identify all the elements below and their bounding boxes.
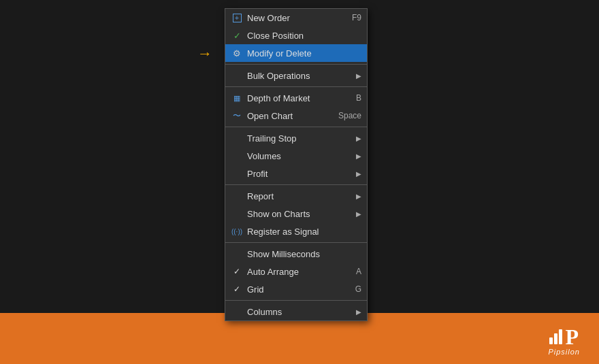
background-left xyxy=(0,0,225,313)
brand-logo: P Pipsilon xyxy=(548,326,580,356)
depth-of-market-icon: ▦ xyxy=(231,92,243,104)
open-chart-icon: 〜 xyxy=(231,110,243,122)
bar-3 xyxy=(559,329,562,344)
separator-1 xyxy=(225,64,367,65)
menu-item-register-signal[interactable]: ((·)) Register as Signal xyxy=(225,222,367,240)
menu-item-report[interactable]: Report ▶ xyxy=(225,187,367,205)
separator-5 xyxy=(225,242,367,243)
menu-item-show-milliseconds[interactable]: Show Milliseconds xyxy=(225,245,367,263)
separator-6 xyxy=(225,300,367,301)
signal-icon: ((·)) xyxy=(231,225,243,237)
menu-item-auto-arrange[interactable]: ✓ Auto Arrange A xyxy=(225,263,367,280)
show-milliseconds-icon xyxy=(231,248,243,260)
columns-label: Columns xyxy=(247,307,349,317)
bulk-operations-arrow: ▶ xyxy=(356,72,361,80)
brand-bars-icon xyxy=(549,329,562,344)
menu-item-new-order[interactable]: + New Order F9 xyxy=(225,9,367,27)
menu-item-open-chart[interactable]: 〜 Open Chart Space xyxy=(225,107,367,125)
separator-4 xyxy=(225,184,367,185)
brand-name: Pipsilon xyxy=(548,348,580,356)
profit-label: Profit xyxy=(247,169,349,179)
show-milliseconds-label: Show Milliseconds xyxy=(247,249,361,259)
trailing-stop-icon xyxy=(231,132,243,144)
context-menu: + New Order F9 ✓ Close Position ⚙ Modify… xyxy=(225,8,368,321)
menu-item-columns[interactable]: Columns ▶ xyxy=(225,303,367,320)
close-position-label: Close Position xyxy=(247,31,361,41)
menu-item-depth-of-market[interactable]: ▦ Depth of Market B xyxy=(225,89,367,107)
menu-item-close-position[interactable]: ✓ Close Position xyxy=(225,27,367,44)
separator-3 xyxy=(225,127,367,127)
grid-label: Grid xyxy=(247,284,346,295)
bulk-operations-label: Bulk Operations xyxy=(247,71,349,81)
menu-item-trailing-stop[interactable]: Trailing Stop ▶ xyxy=(225,129,367,147)
arrow-indicator: → xyxy=(197,46,212,61)
trailing-stop-arrow: ▶ xyxy=(356,135,361,142)
menu-item-volumes[interactable]: Volumes ▶ xyxy=(225,147,367,165)
bar-1 xyxy=(549,337,553,344)
new-order-label: New Order xyxy=(247,13,342,23)
menu-item-grid[interactable]: ✓ Grid G xyxy=(225,280,367,298)
register-signal-label: Register as Signal xyxy=(247,227,361,237)
columns-icon xyxy=(231,305,243,318)
profit-arrow: ▶ xyxy=(356,170,361,178)
grid-check-icon: ✓ xyxy=(231,283,243,295)
grid-shortcut: G xyxy=(355,284,361,294)
check-green-icon: ✓ xyxy=(231,29,243,42)
volumes-label: Volumes xyxy=(247,151,349,161)
show-on-charts-icon xyxy=(231,208,243,220)
report-label: Report xyxy=(247,191,349,201)
menu-item-profit[interactable]: Profit ▶ xyxy=(225,165,367,182)
depth-of-market-shortcut: B xyxy=(356,93,361,103)
auto-arrange-shortcut: A xyxy=(356,267,361,276)
open-chart-shortcut: Space xyxy=(338,111,361,120)
modify-delete-label: Modify or Delete xyxy=(247,48,361,59)
show-on-charts-arrow: ▶ xyxy=(356,210,361,218)
depth-of-market-label: Depth of Market xyxy=(247,93,346,103)
new-order-icon: + xyxy=(231,12,243,24)
report-arrow: ▶ xyxy=(356,193,361,200)
bulk-operations-icon xyxy=(231,69,243,82)
bar-2 xyxy=(554,333,557,344)
auto-arrange-check-icon: ✓ xyxy=(231,265,243,278)
menu-item-modify-delete[interactable]: ⚙ Modify or Delete xyxy=(225,44,367,62)
brand-p-letter: P xyxy=(565,326,579,348)
volumes-arrow: ▶ xyxy=(356,152,361,160)
show-on-charts-label: Show on Charts xyxy=(247,209,349,219)
columns-arrow: ▶ xyxy=(356,308,361,316)
report-icon xyxy=(231,190,243,202)
trailing-stop-label: Trailing Stop xyxy=(247,133,349,144)
menu-item-show-on-charts[interactable]: Show on Charts ▶ xyxy=(225,205,367,222)
menu-item-bulk-operations[interactable]: Bulk Operations ▶ xyxy=(225,67,367,84)
new-order-shortcut: F9 xyxy=(352,13,361,22)
volumes-icon xyxy=(231,150,243,162)
separator-2 xyxy=(225,86,367,87)
open-chart-label: Open Chart xyxy=(247,111,329,121)
gear-icon: ⚙ xyxy=(231,47,243,59)
auto-arrange-label: Auto Arrange xyxy=(247,267,346,277)
profit-icon xyxy=(231,167,243,180)
